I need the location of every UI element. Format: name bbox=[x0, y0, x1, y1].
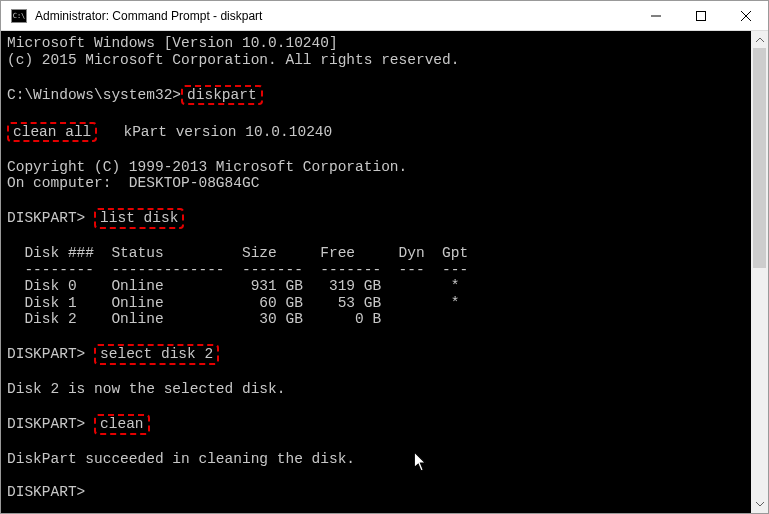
window-title: Administrator: Command Prompt - diskpart bbox=[35, 9, 633, 23]
vertical-scrollbar[interactable] bbox=[751, 31, 768, 513]
diskpart-copyright: Copyright (C) 1999-2013 Microsoft Corpor… bbox=[7, 159, 407, 175]
terminal-area: Microsoft Windows [Version 10.0.10240] (… bbox=[1, 31, 768, 513]
diskpart-version-suffix: kPart version 10.0.10240 bbox=[123, 124, 332, 140]
terminal-output[interactable]: Microsoft Windows [Version 10.0.10240] (… bbox=[1, 31, 751, 513]
cmd-app-icon: C:\ bbox=[11, 9, 27, 23]
close-button[interactable] bbox=[723, 1, 768, 30]
selected-disk-message: Disk 2 is now the selected disk. bbox=[7, 381, 285, 397]
command-prompt-window: C:\ Administrator: Command Prompt - disk… bbox=[0, 0, 769, 514]
pad bbox=[85, 346, 94, 362]
table-row: Disk 0 Online 931 GB 319 GB * bbox=[7, 278, 459, 294]
pad bbox=[97, 124, 123, 140]
minimize-button[interactable] bbox=[633, 1, 678, 30]
table-row: Disk 2 Online 30 GB 0 B bbox=[7, 311, 381, 327]
banner-line-1: Microsoft Windows [Version 10.0.10240] bbox=[7, 35, 338, 51]
mouse-cursor-icon bbox=[414, 452, 428, 472]
pad bbox=[85, 210, 94, 226]
diskpart-prompt: DISKPART> bbox=[7, 416, 85, 432]
diskpart-prompt: DISKPART> bbox=[7, 346, 85, 362]
pad bbox=[85, 416, 94, 432]
diskpart-prompt: DISKPART> bbox=[7, 210, 85, 226]
disk-table-divider: -------- ------------- ------- ------- -… bbox=[7, 262, 468, 278]
scroll-down-button[interactable] bbox=[751, 496, 768, 513]
highlight-clean: clean bbox=[94, 414, 150, 435]
maximize-button[interactable] bbox=[678, 1, 723, 30]
table-row: Disk 1 Online 60 GB 53 GB * bbox=[7, 295, 459, 311]
clean-success-message: DiskPart succeeded in cleaning the disk. bbox=[7, 451, 355, 467]
diskpart-computer: On computer: DESKTOP-08G84GC bbox=[7, 175, 259, 191]
highlight-clean-all: clean all bbox=[7, 122, 97, 143]
banner-line-2: (c) 2015 Microsoft Corporation. All righ… bbox=[7, 52, 459, 68]
diskpart-prompt: DISKPART> bbox=[7, 484, 85, 500]
disk-table-header: Disk ### Status Size Free Dyn Gpt bbox=[7, 245, 468, 261]
highlight-diskpart: diskpart bbox=[181, 85, 263, 106]
scrollbar-thumb[interactable] bbox=[753, 48, 766, 268]
highlight-select-disk: select disk 2 bbox=[94, 344, 219, 365]
svg-rect-1 bbox=[696, 11, 705, 20]
scrollbar-track[interactable] bbox=[751, 48, 768, 496]
titlebar: C:\ Administrator: Command Prompt - disk… bbox=[1, 1, 768, 31]
scroll-up-button[interactable] bbox=[751, 31, 768, 48]
highlight-list-disk: list disk bbox=[94, 208, 184, 229]
window-controls bbox=[633, 1, 768, 30]
prompt-system32: C:\Windows\system32> bbox=[7, 87, 181, 103]
